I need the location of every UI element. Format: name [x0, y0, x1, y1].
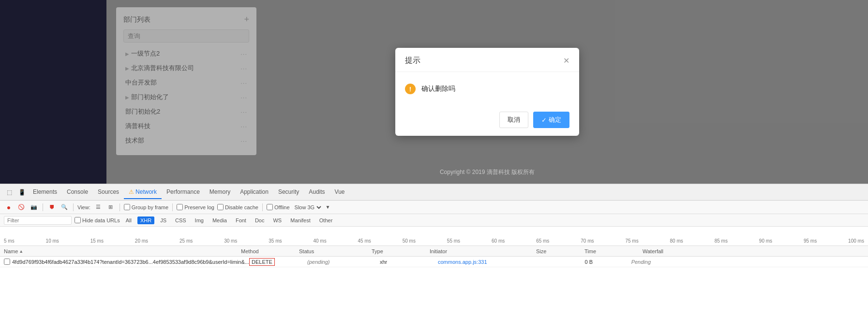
timeline-label: 75 ms [625, 238, 638, 244]
copyright-text: Copyright © 2019 滴普科技 版权所有 [440, 168, 535, 176]
timeline-label: 55 ms [447, 238, 460, 244]
offline-label[interactable]: Offline [267, 204, 290, 210]
col-header-type[interactable]: Type [372, 248, 430, 254]
dialog-footer: 取消 ✓ 确定 [395, 106, 579, 136]
timeline-label: 15 ms [90, 238, 104, 244]
sort-icon: ▲ [19, 249, 23, 254]
col-header-size[interactable]: Size [536, 248, 584, 254]
main-content: 部门列表 + ▶ 一级节点2 ··· ▶ 北京 [106, 0, 868, 184]
device-toolbar-icon[interactable]: 📱 [15, 186, 28, 199]
cell-type: xhr [380, 259, 438, 265]
warning-triangle-icon: ⚠ [129, 188, 134, 195]
disable-cache-label[interactable]: Disable cache [217, 204, 258, 210]
cancel-button[interactable]: 取消 [499, 112, 528, 128]
cell-size: 0 B [544, 259, 593, 265]
timeline-label: 95 ms [804, 238, 817, 244]
timeline-label: 25 ms [180, 238, 193, 244]
timeline-label: 30 ms [224, 238, 237, 244]
col-header-method[interactable]: Method [241, 248, 299, 254]
confirm-dialog: 提示 ✕ ! 确认删除吗 取消 ✓ 确定 [395, 48, 579, 136]
filter-ws-button[interactable]: WS [270, 217, 284, 224]
devtools-toolbar: ● 🚫 📷 ⛊ 🔍 View: ☰ ⊞ Group by frame Prese… [0, 201, 868, 214]
devtools-panel: ⬚ 📱 Elements Console Sources ⚠ Network P… [0, 184, 868, 332]
timeline-label: 10 ms [46, 238, 59, 244]
cell-initiator[interactable]: commons.app.js:331 [438, 259, 544, 265]
separator [262, 203, 263, 211]
filter-media-button[interactable]: Media [210, 217, 230, 224]
tab-security[interactable]: Security [273, 186, 304, 199]
preserve-log-checkbox[interactable] [177, 204, 183, 210]
hide-data-urls-label[interactable]: Hide data URLs [75, 217, 120, 223]
timeline-label: 35 ms [269, 238, 282, 244]
confirm-button[interactable]: ✓ 确定 [533, 112, 569, 128]
filter-font-button[interactable]: Font [233, 217, 249, 224]
top-area: 部门列表 + ▶ 一级节点2 ··· ▶ 北京 [0, 0, 868, 184]
preserve-log-label[interactable]: Preserve log [177, 204, 214, 210]
separator [73, 203, 74, 211]
tab-elements[interactable]: Elements [28, 186, 62, 199]
timeline-bar: 5 ms 10 ms 15 ms 20 ms 25 ms 30 ms 35 ms… [0, 227, 868, 246]
dialog-title: 提示 [405, 56, 420, 66]
timeline-label: 40 ms [313, 238, 326, 244]
row-checkbox[interactable] [4, 259, 10, 265]
tab-memory[interactable]: Memory [205, 186, 235, 199]
filter-css-button[interactable]: CSS [172, 217, 189, 224]
timeline-label: 90 ms [759, 238, 772, 244]
dialog-overlay: 提示 ✕ ! 确认删除吗 取消 ✓ 确定 [106, 0, 868, 184]
dialog-body: ! 确认删除吗 [395, 72, 579, 106]
left-sidebar [0, 0, 106, 184]
record-button[interactable]: ● [4, 202, 14, 212]
method-badge: DELETE [249, 258, 275, 266]
filter-all-button[interactable]: All [123, 217, 135, 224]
timeline-label: 60 ms [492, 238, 505, 244]
table-row[interactable]: 4fd9d769f93b4f6fadb4627a33f4b174?tenantI… [0, 257, 868, 267]
col-header-name[interactable]: Name ▲ [4, 248, 241, 254]
dialog-message: 确认删除吗 [421, 85, 455, 93]
filter-img-button[interactable]: Img [192, 217, 207, 224]
tab-console[interactable]: Console [62, 186, 93, 199]
tab-performance[interactable]: Performance [162, 186, 205, 199]
filter-button[interactable]: ⛊ [47, 202, 57, 212]
camera-button[interactable]: 📷 [29, 202, 39, 212]
col-header-waterfall[interactable]: Waterfall [643, 248, 864, 254]
throttle-select[interactable]: Slow 3G [293, 204, 323, 211]
cell-name: 4fd9d769f93b4f6fadb4627a33f4b174?tenantI… [12, 259, 249, 265]
confirm-label: 确定 [549, 115, 561, 124]
confirm-checkmark-icon: ✓ [541, 116, 547, 124]
tab-network[interactable]: ⚠ Network [124, 186, 162, 199]
close-icon[interactable]: ✕ [563, 56, 569, 65]
tab-application[interactable]: Application [235, 186, 273, 199]
filter-other-button[interactable]: Other [316, 217, 336, 224]
filter-xhr-button[interactable]: XHR [137, 217, 154, 224]
offline-checkbox[interactable] [267, 204, 273, 210]
timeline-label: 80 ms [670, 238, 683, 244]
cell-method: DELETE [249, 258, 307, 266]
filter-input[interactable] [4, 216, 72, 225]
tab-audits[interactable]: Audits [304, 186, 329, 199]
timeline-label: 5 ms [4, 238, 15, 244]
throttle-dropdown-icon[interactable]: ▼ [326, 204, 330, 210]
separator [120, 203, 120, 211]
timeline-labels: 5 ms 10 ms 15 ms 20 ms 25 ms 30 ms 35 ms… [4, 238, 864, 245]
search-button[interactable]: 🔍 [60, 202, 69, 212]
clear-button[interactable]: 🚫 [16, 202, 26, 212]
filter-doc-button[interactable]: Doc [252, 217, 268, 224]
group-by-frame-label[interactable]: Group by frame [124, 204, 168, 210]
filter-js-button[interactable]: JS [157, 217, 169, 224]
view-grid-icon[interactable]: ⊞ [106, 202, 116, 212]
col-header-time[interactable]: Time [584, 248, 643, 254]
group-by-frame-checkbox[interactable] [124, 204, 130, 210]
disable-cache-checkbox[interactable] [217, 204, 224, 210]
inspect-element-icon[interactable]: ⬚ [3, 186, 15, 199]
col-header-initiator[interactable]: Initiator [430, 248, 536, 254]
filter-manifest-button[interactable]: Manifest [287, 217, 314, 224]
col-header-status[interactable]: Status [299, 248, 372, 254]
network-table: Name ▲ Method Status Type Initiator Size [0, 246, 868, 332]
timeline-label: 70 ms [581, 238, 594, 244]
hide-data-urls-checkbox[interactable] [75, 217, 81, 223]
view-list-icon[interactable]: ☰ [93, 202, 103, 212]
tab-vue[interactable]: Vue [330, 186, 350, 199]
separator [43, 203, 43, 211]
timeline-label: 100 ms [848, 238, 864, 244]
tab-sources[interactable]: Sources [93, 186, 124, 199]
